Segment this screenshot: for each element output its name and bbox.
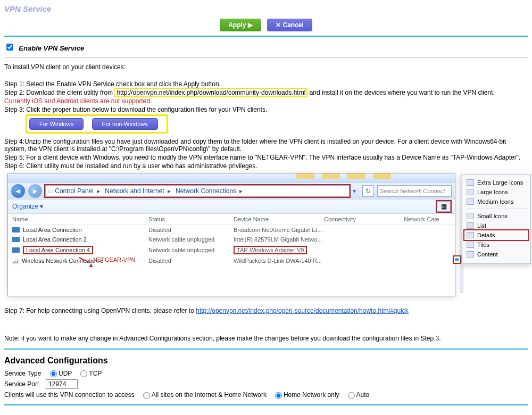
download-url-highlight: http://openvpn.net/index.php/download/co… [114,88,307,97]
crumb-network-internet[interactable]: Network and Internet [105,187,164,195]
access-home-option[interactable]: Home Network only [271,391,339,399]
window-titlebar [8,173,455,183]
view-menu: Extra Large Icons Large Icons Medium Ico… [462,174,531,264]
view-large[interactable]: Large Icons [464,187,528,197]
note-text: Note: if you want to make any change in … [4,335,528,342]
connection-row[interactable]: Wireless Network Connection 6 Disabled W… [8,256,455,265]
apply-button[interactable]: Apply ▶ [220,19,261,31]
nic-icon [12,247,20,253]
tcp-radio[interactable] [80,370,87,377]
connection-device: WildPackets D-Link DWA-140 R... [234,258,324,264]
enable-vpn-label: Enable VPN Service [19,44,84,52]
step2-prefix: Step 2: Download the client utility from [4,89,114,96]
service-port-label: Service Port [4,380,41,388]
col-category[interactable]: Network Cate [404,216,451,222]
col-status[interactable]: Status [148,216,234,222]
view-content[interactable]: Content [464,250,528,259]
wifi-icon [12,258,19,263]
udp-radio[interactable] [50,370,57,377]
explorer-window: ◄ ► ⌂ Control Panel▸ Network and Interne… [7,173,455,296]
search-input[interactable]: Search Network Connect [377,185,452,197]
connection-device-highlight: TAP-Windows Adapter V9 [234,246,307,254]
connection-name: Wireless Network Connection 6 [22,258,103,264]
connection-row[interactable]: Local Area Connection 4 Network cable un… [8,244,455,256]
connection-status: Network cable unplugged [148,236,234,243]
tiles-icon [467,189,474,195]
for-non-windows-button[interactable]: For non-Windows [92,118,158,130]
service-type-row: Service Type UDP TCP [4,370,528,377]
connection-status: Disabled [148,258,234,264]
content-icon [467,251,474,258]
service-type-label: Service Type [4,370,41,377]
refresh-button[interactable]: ↻ [362,185,374,197]
advanced-config-heading: Advanced Configurations [4,356,528,366]
organize-menu[interactable]: Organize ▾ [12,203,43,210]
for-windows-button[interactable]: For Windows [29,118,84,130]
access-home-radio[interactable] [275,392,282,399]
view-tiles[interactable]: Tiles [464,240,528,250]
udp-option[interactable]: UDP [46,370,72,377]
tcp-option[interactable]: TCP [76,370,102,377]
step4-text: Step 4:Unzip the configuration files you… [4,138,528,153]
nic-icon [12,227,20,233]
connection-status: Disabled [148,227,234,233]
tiles-icon [467,242,474,248]
connection-row[interactable]: Local Area Connection 2 Network cable un… [8,235,455,244]
list-icon [467,222,474,229]
nic-icon [12,237,20,242]
divider [4,57,528,58]
view-extra-large[interactable]: Extra Large Icons [464,178,528,187]
tiles-icon [467,179,474,186]
col-name[interactable]: Name [12,216,148,222]
divider [4,404,528,405]
ios-android-warning: Currently iOS and Android clients are no… [4,97,528,105]
step7-text: Step 7: For help connecting using OpenVP… [4,307,528,314]
access-label: Clients will use this VPN connection to … [4,391,135,399]
connection-name: Local Area Connection [23,227,82,233]
step3-text: Step 3: Click the proper button below to… [4,106,528,113]
download-buttons-highlight: For Windows For non-Windows [26,114,168,134]
back-button[interactable]: ◄ [11,184,25,198]
crumb-network-connections[interactable]: Network Connections [176,187,236,195]
page-title: VPN Service [4,4,528,13]
view-medium[interactable]: Medium Icons [464,197,528,206]
connection-device: Intel(R) 82579LM Gigabit Netwo... [234,236,324,243]
divider [4,348,528,350]
breadcrumb-bar[interactable]: ⌂ Control Panel▸ Network and Internet▸ N… [45,185,350,197]
network-icon: ⌂ [48,187,52,195]
access-auto-radio[interactable] [348,392,355,399]
step1-text: Step 1: Select the Enable VPN Service ch… [4,80,528,88]
step2-text: Step 2: Download the client utility from… [4,89,528,96]
explorer-screenshot: ◄ ► ⌂ Control Panel▸ Network and Interne… [4,173,528,301]
access-auto-option[interactable]: Auto [344,391,370,399]
howto-link[interactable]: http://openvpn.net/index.php/open-source… [196,307,409,314]
step2-suffix: and install it on the devices where you … [307,89,495,96]
view-button[interactable]: ▦ [437,201,451,212]
details-icon [467,232,474,238]
view-details[interactable]: Details [464,230,528,240]
tiles-icon [467,198,474,205]
access-all-option[interactable]: All sites on the Internet & Home Network [139,391,267,399]
service-port-input[interactable] [46,379,78,389]
access-row: Clients will use this VPN connection to … [4,391,528,399]
divider [4,36,528,37]
connection-device: Broadcom NetXtreme Gigabit Et... [234,227,324,233]
enable-vpn-checkbox[interactable] [6,44,13,51]
view-small[interactable]: Small Icons [464,211,528,221]
cancel-button[interactable]: ✕ Cancel [267,19,312,31]
view-list[interactable]: List [464,221,528,230]
step6-text: Step 6: Client utility must be installed… [4,162,528,170]
step5-text: Step 5: For a client device with Windows… [4,154,528,161]
explorer-navbar: ◄ ► ⌂ Control Panel▸ Network and Interne… [8,183,455,199]
crumb-control-panel[interactable]: Control Panel [55,187,94,195]
connection-name: Local Area Connection 2 [23,236,87,243]
service-port-row: Service Port [4,379,528,389]
intro-text: To install VPN client on your client dev… [4,63,528,71]
access-all-radio[interactable] [143,392,150,399]
col-connectivity[interactable]: Connectivity [324,216,404,222]
forward-button[interactable]: ► [28,184,42,198]
connection-row[interactable]: Local Area Connection Disabled Broadcom … [8,225,455,235]
action-button-row: Apply ▶ ✕ Cancel [4,19,528,31]
col-device[interactable]: Device Name [234,216,324,222]
connection-status: Network cable unplugged [148,247,234,253]
